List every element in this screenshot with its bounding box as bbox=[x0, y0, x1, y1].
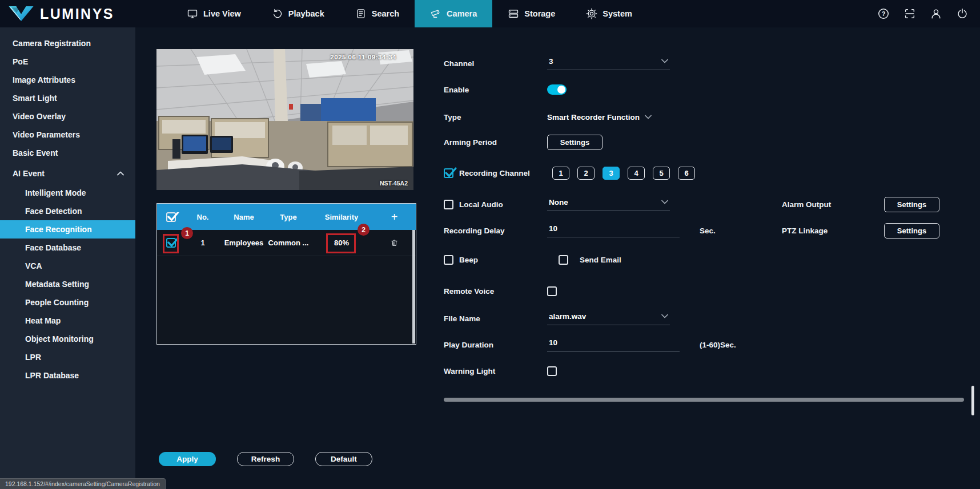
sidebar-item-label: LPR Database bbox=[25, 371, 79, 380]
sidebar-item-vca[interactable]: VCA bbox=[0, 257, 135, 275]
table-scrollbar[interactable] bbox=[412, 230, 415, 343]
select-all-checkbox[interactable] bbox=[166, 212, 176, 222]
beep-checkbox[interactable] bbox=[444, 255, 453, 265]
sidebar-item-video-parameters[interactable]: Video Parameters bbox=[0, 126, 135, 144]
sidebar-item-label: Basic Event bbox=[13, 148, 58, 157]
chevron-down-icon bbox=[661, 314, 668, 318]
play-duration-label: Play Duration bbox=[444, 341, 547, 349]
table-row[interactable]: 1 Employees Common ... 80% bbox=[157, 230, 416, 256]
monitor-icon bbox=[187, 8, 198, 19]
remote-voice-checkbox[interactable] bbox=[547, 286, 557, 296]
enable-row: Enable bbox=[444, 82, 969, 98]
power-icon[interactable] bbox=[956, 7, 969, 20]
channel-button-5[interactable]: 5 bbox=[653, 167, 670, 180]
horizontal-scrollbar[interactable] bbox=[444, 398, 964, 402]
type-row: Type Smart Recorder Function bbox=[444, 109, 969, 125]
sidebar-item-people-counting[interactable]: People Counting bbox=[0, 293, 135, 312]
nvr-web-app: LUMINYS Live View Playback Search bbox=[0, 0, 980, 489]
sidebar-item-label: Video Overlay bbox=[13, 112, 66, 121]
play-duration-input[interactable] bbox=[547, 338, 680, 351]
local-audio-label: Local Audio bbox=[459, 200, 547, 209]
sidebar-item-video-overlay[interactable]: Video Overlay bbox=[0, 107, 135, 126]
tab-playback[interactable]: Playback bbox=[256, 0, 340, 27]
local-audio-select[interactable]: None bbox=[547, 198, 670, 211]
check-icon bbox=[444, 165, 457, 179]
file-name-select[interactable]: alarm.wav bbox=[547, 312, 670, 325]
send-email-label: Send Email bbox=[580, 256, 621, 264]
sidebar-item-object-monitoring[interactable]: Object Monitoring bbox=[0, 330, 135, 348]
warning-light-label: Warning Light bbox=[444, 367, 547, 375]
luminys-logo-icon bbox=[8, 5, 34, 23]
top-utility-icons: ? bbox=[877, 7, 969, 20]
enable-toggle[interactable] bbox=[547, 84, 567, 95]
sidebar-item-label: Metadata Setting bbox=[25, 280, 89, 289]
channel-value: 3 bbox=[549, 57, 553, 66]
recording-delay-input[interactable] bbox=[547, 224, 680, 237]
add-face-group-button[interactable]: + bbox=[373, 211, 416, 224]
channel-button-6[interactable]: 6 bbox=[678, 167, 695, 180]
osd-camera-label: NST-45A2 bbox=[380, 180, 408, 187]
sidebar-item-image-attributes[interactable]: Image Attributes bbox=[0, 71, 135, 89]
sidebar: Camera Registration PoE Image Attributes… bbox=[0, 27, 135, 489]
sidebar-item-heat-map[interactable]: Heat Map bbox=[0, 312, 135, 330]
ptz-linkage-settings-button[interactable]: Settings bbox=[884, 223, 939, 239]
chevron-down-icon bbox=[661, 59, 668, 63]
warning-light-row: Warning Light bbox=[444, 363, 969, 379]
cell-name: Employees bbox=[221, 239, 267, 247]
remote-voice-label: Remote Voice bbox=[444, 287, 547, 296]
help-icon[interactable]: ? bbox=[877, 7, 890, 20]
file-name-value: alarm.wav bbox=[549, 312, 586, 321]
tab-storage[interactable]: Storage bbox=[492, 0, 571, 27]
sidebar-item-label: Face Detection bbox=[25, 207, 82, 216]
sidebar-item-lpr-database[interactable]: LPR Database bbox=[0, 366, 135, 385]
sidebar-item-camera-registration[interactable]: Camera Registration bbox=[0, 34, 135, 52]
sidebar-item-intelligent-mode[interactable]: Intelligent Mode bbox=[0, 184, 135, 202]
beep-row: Beep Send Email bbox=[444, 252, 969, 268]
scan-icon[interactable] bbox=[903, 7, 916, 20]
vertical-scrollbar-thumb[interactable] bbox=[971, 386, 974, 415]
warning-light-checkbox[interactable] bbox=[547, 366, 557, 376]
sidebar-item-basic-event[interactable]: Basic Event bbox=[0, 144, 135, 162]
tab-live-view[interactable]: Live View bbox=[171, 0, 256, 27]
play-duration-unit: (1-60)Sec. bbox=[700, 341, 736, 349]
refresh-button[interactable]: Refresh bbox=[237, 452, 294, 466]
sidebar-item-face-database[interactable]: Face Database bbox=[0, 239, 135, 257]
default-button[interactable]: Default bbox=[315, 452, 372, 466]
sidebar-item-label: LPR bbox=[25, 353, 41, 362]
user-icon[interactable] bbox=[930, 7, 942, 20]
channel-button-1[interactable]: 1 bbox=[552, 167, 569, 180]
sidebar-item-face-recognition[interactable]: Face Recognition bbox=[0, 220, 135, 239]
send-email-checkbox[interactable] bbox=[559, 255, 568, 265]
sidebar-item-metadata-setting[interactable]: Metadata Setting bbox=[0, 275, 135, 293]
svg-text:?: ? bbox=[882, 10, 886, 17]
channel-button-4[interactable]: 4 bbox=[628, 167, 645, 180]
channel-button-3[interactable]: 3 bbox=[603, 167, 620, 180]
delete-icon[interactable] bbox=[390, 238, 399, 248]
local-audio-checkbox[interactable] bbox=[444, 200, 453, 209]
gear-icon bbox=[586, 8, 597, 19]
arming-period-settings-button[interactable]: Settings bbox=[547, 135, 603, 150]
check-icon bbox=[166, 212, 180, 222]
local-audio-value: None bbox=[549, 198, 568, 207]
alarm-output-settings-button[interactable]: Settings bbox=[884, 197, 939, 212]
type-select[interactable]: Smart Recorder Function bbox=[547, 113, 652, 122]
chevron-up-icon bbox=[117, 171, 124, 176]
sidebar-item-label: Image Attributes bbox=[13, 75, 75, 84]
tab-system[interactable]: System bbox=[571, 0, 648, 27]
cell-no: 1 bbox=[184, 239, 221, 247]
recording-channel-checkbox[interactable] bbox=[444, 168, 453, 178]
sidebar-item-poe[interactable]: PoE bbox=[0, 52, 135, 71]
sidebar-item-lpr[interactable]: LPR bbox=[0, 348, 135, 366]
row-checkbox[interactable] bbox=[166, 238, 176, 248]
channel-button-2[interactable]: 2 bbox=[577, 167, 595, 180]
sidebar-group-ai-event[interactable]: AI Event bbox=[0, 164, 135, 183]
tab-camera[interactable]: Camera bbox=[415, 0, 492, 27]
recording-channel-label: Recording Channel bbox=[459, 169, 547, 177]
apply-button[interactable]: Apply bbox=[159, 452, 216, 466]
tab-search[interactable]: Search bbox=[340, 0, 415, 27]
recording-channel-buttons: 1 2 3 4 5 6 bbox=[552, 167, 703, 180]
sidebar-item-smart-light[interactable]: Smart Light bbox=[0, 89, 135, 107]
channel-select[interactable]: 3 bbox=[547, 57, 670, 70]
sidebar-item-face-detection[interactable]: Face Detection bbox=[0, 202, 135, 220]
beep-label: Beep bbox=[459, 256, 478, 264]
